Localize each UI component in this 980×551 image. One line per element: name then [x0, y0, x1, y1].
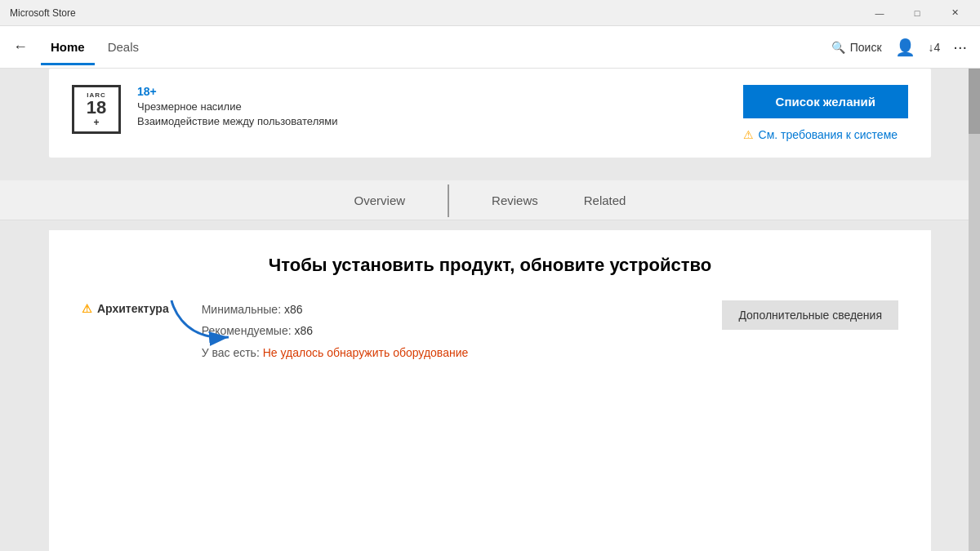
maximize-button[interactable]: □	[898, 0, 936, 26]
tab-reviews[interactable]: Reviews	[488, 180, 541, 220]
window-controls: — □ ✕	[861, 0, 973, 26]
tab-related[interactable]: Related	[581, 180, 630, 220]
content-area: IARC 18 + 18+ Чрезмерное насилие Взаимод…	[0, 69, 980, 551]
violence-label: Чрезмерное насилие	[137, 100, 678, 114]
nav-tabs: Home Deals	[41, 29, 831, 65]
search-label: Поиск	[850, 41, 882, 54]
have-value-text: Не удалось обнаружить оборудование	[263, 346, 469, 359]
arrow-svg	[163, 292, 261, 349]
arch-section: ⚠ Архитектура Минимальные: x86 Рекоменду…	[82, 300, 898, 365]
warning-icon: ⚠	[743, 128, 754, 141]
tabs-section: Overview Reviews Related	[0, 180, 980, 220]
age-number: 18	[87, 99, 106, 117]
wishlist-button[interactable]: Список желаний	[743, 85, 908, 118]
min-value-text: x86	[284, 303, 303, 316]
arch-text: Архитектура	[97, 302, 169, 315]
rating-actions: Список желаний ⚠ См. требования к систем…	[743, 85, 908, 141]
arrow-decoration	[163, 292, 261, 353]
close-button[interactable]: ✕	[936, 0, 973, 26]
main-section: Чтобы установить продукт, обновите устро…	[49, 230, 931, 535]
account-button[interactable]: 👤	[895, 38, 915, 57]
update-title: Чтобы установить продукт, обновите устро…	[82, 255, 898, 276]
more-info-button[interactable]: Дополнительные сведения	[722, 300, 898, 330]
tab-overview[interactable]: Overview	[351, 180, 409, 220]
tab-home[interactable]: Home	[41, 29, 95, 65]
downloads-button[interactable]: ↓4	[929, 41, 941, 54]
more-button[interactable]: ···	[953, 38, 967, 56]
spacer-1	[0, 158, 980, 167]
account-icon: 👤	[895, 38, 915, 57]
minimize-button[interactable]: —	[861, 0, 898, 26]
tab-deals[interactable]: Deals	[98, 29, 149, 65]
navbar: ← Home Deals 🔍 Поиск 👤 ↓4 ···	[0, 26, 980, 69]
interaction-label: Взаимодействие между пользователями	[137, 114, 678, 129]
search-button[interactable]: 🔍 Поиск	[831, 41, 882, 54]
arch-details: Минимальные: x86 Рекомендуемые: x86 У ва…	[202, 300, 690, 365]
titlebar: Microsoft Store — □ ✕	[0, 0, 980, 26]
rec-value-text: x86	[294, 324, 313, 337]
rating-info: 18+ Чрезмерное насилие Взаимодействие ме…	[137, 85, 678, 129]
tab-divider	[448, 184, 449, 217]
age-badge: IARC 18 +	[72, 85, 121, 134]
window-title: Microsoft Store	[7, 7, 861, 19]
back-button[interactable]: ←	[13, 38, 28, 56]
min-req: Минимальные: x86	[202, 300, 690, 318]
window: Microsoft Store — □ ✕ ← Home Deals 🔍 Пои…	[0, 0, 980, 551]
spacer-2	[0, 220, 980, 230]
more-icon: ···	[953, 38, 967, 56]
sys-req-label: См. требования к системе	[759, 128, 898, 141]
content-tabs: Overview Reviews Related	[351, 180, 630, 220]
scrollbar-thumb[interactable]	[969, 69, 980, 134]
arch-warning-icon: ⚠	[82, 302, 92, 315]
age-link[interactable]: 18+	[137, 85, 678, 98]
bottom-pad	[49, 535, 931, 551]
rec-req: Рекомендуемые: x86	[202, 322, 690, 340]
age-plus: +	[93, 117, 99, 128]
rating-card: IARC 18 + 18+ Чрезмерное насилие Взаимод…	[49, 69, 931, 158]
search-icon: 🔍	[831, 41, 845, 54]
downloads-label: ↓4	[929, 41, 941, 54]
nav-right: 🔍 Поиск 👤 ↓4 ···	[831, 38, 967, 57]
arch-label: ⚠ Архитектура	[82, 300, 169, 315]
scrollbar[interactable]	[969, 69, 980, 551]
have-req: У вас есть: Не удалось обнаружить оборуд…	[202, 344, 690, 362]
sys-req-link[interactable]: ⚠ См. требования к системе	[743, 128, 898, 141]
